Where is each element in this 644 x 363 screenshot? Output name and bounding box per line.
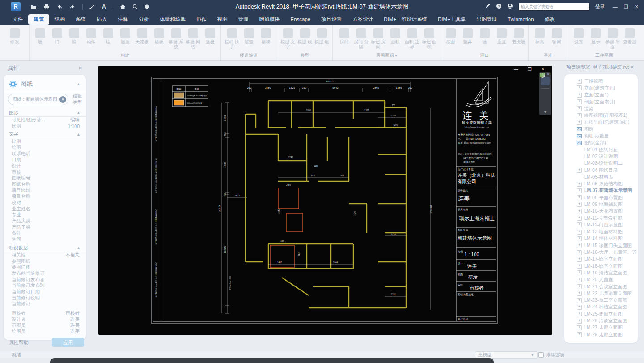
tree-item-sheet[interactable]: LM-03-设计说明二 [564, 160, 638, 167]
property-row[interactable]: 审核 [4, 169, 86, 175]
property-row[interactable]: 比例 [4, 138, 86, 145]
menu-tab[interactable]: 项目设置 [316, 14, 347, 25]
expand-icon[interactable] [577, 298, 582, 303]
expand-icon[interactable] [577, 312, 582, 316]
ribbon-group-label[interactable]: 模型 [277, 51, 332, 60]
measure-icon[interactable] [89, 4, 95, 9]
tree-item-sheet[interactable]: LM-06-原始结构图 [564, 180, 638, 187]
revit-logo-icon[interactable]: R [11, 2, 21, 11]
ribbon-button[interactable]: 楼梯 [258, 28, 274, 51]
ribbon-button[interactable]: 天花板 [134, 28, 150, 51]
tree-item-sheet[interactable]: LM-17-诊室立面图 [564, 256, 638, 263]
ribbon-button[interactable]: 竖梃 [202, 28, 218, 51]
tree-item-sheet[interactable]: LM-12-门型示意图 [564, 222, 638, 228]
menu-tab[interactable]: 分析 [133, 14, 154, 25]
navbar-close-icon[interactable]: ✕ [547, 73, 550, 76]
search-input[interactable]: 输入关键字或短语 [518, 3, 590, 11]
ribbon-group-label[interactable]: 洞口 [441, 51, 528, 60]
login-button[interactable]: 登录 [595, 4, 605, 10]
expand-icon[interactable] [577, 332, 582, 337]
menu-tab[interactable]: 系统 [70, 14, 91, 25]
property-row[interactable]: 当前修订 [4, 301, 86, 307]
ribbon-button[interactable]: 门 [49, 28, 65, 51]
menu-tab[interactable]: 出图管理 [471, 14, 502, 25]
tree-item-sheet[interactable]: LM-24-种植室立面图 [564, 304, 638, 311]
ribbon-button[interactable]: 房间 [336, 28, 352, 51]
property-row[interactable]: 相关性不相关 [4, 252, 86, 258]
expand-icon[interactable] [577, 284, 582, 289]
tree-item-sheet[interactable]: LM-21-会议室立面图 [564, 283, 638, 290]
expand-icon[interactable] [577, 264, 582, 269]
expand-icon[interactable] [577, 99, 582, 104]
property-row[interactable]: 专业 [4, 212, 86, 218]
open-icon[interactable] [30, 4, 37, 9]
ribbon-button[interactable]: 幕墙 系统 [168, 28, 184, 51]
tree-item-sheet[interactable]: LM-15-诊室门头立面图 [564, 242, 638, 249]
ribbon-group-label[interactable]: 基准 [529, 51, 568, 60]
ribbon-button[interactable]: 模型 组 [314, 28, 330, 51]
property-row[interactable]: 参照图纸 [4, 258, 86, 265]
ribbon-button[interactable]: 幕墙 网络 [185, 28, 201, 51]
tree-item-view[interactable]: 三维视图 [564, 78, 638, 85]
ribbon-button[interactable]: 标记 房间 [370, 28, 386, 51]
expand-icon[interactable] [577, 291, 582, 296]
menu-tab[interactable]: 附加模块 [254, 14, 285, 25]
home-icon[interactable] [120, 4, 126, 9]
tree-item-view[interactable]: 剖面(立面索引) [564, 98, 638, 105]
menu-tab[interactable]: 协作 [191, 14, 212, 25]
drawing-canvas[interactable]: 施工图阶段请勿删除此栏(不得翻印复制) 施工图阶段请勿删除此栏(不得翻印复制) … [98, 66, 552, 335]
print-icon[interactable] [43, 4, 50, 9]
tree-item-sheet[interactable]: LM-20-无菌室 [564, 277, 638, 283]
tree-item-view[interactable]: 渲染 [564, 105, 638, 112]
menu-tab[interactable]: DIM+工具集 [432, 14, 471, 25]
collapse-icon[interactable]: ▲ [76, 82, 80, 86]
menu-tab[interactable]: DIM+三维设计系统 [378, 14, 432, 25]
tree-item-view[interactable]: 立面(建筑立面) [564, 85, 638, 91]
tree-item-category[interactable]: 明细表/数量 [564, 132, 638, 139]
expand-icon[interactable] [577, 230, 582, 235]
view-window-controls[interactable]: — ❐ ✕ [514, 67, 549, 72]
model-dropdown[interactable]: 主模型 ▼ [475, 351, 538, 359]
tree-item-sheet[interactable]: LM-18-诊室立面图 [564, 263, 638, 269]
tree-item-sheet[interactable]: LM-16-大厅、儿童区、等 [564, 249, 638, 256]
expand-icon[interactable] [577, 319, 582, 324]
ribbon-button[interactable]: 模型 文字 [280, 28, 296, 51]
menu-tab[interactable]: 建筑 [28, 14, 49, 25]
tree-item-sheet[interactable]: LM-01-图纸封面 [564, 146, 638, 153]
ribbon-button[interactable]: 楼板 [151, 28, 167, 51]
ribbon-button[interactable]: 显示 [588, 28, 604, 51]
text-tool-icon[interactable]: A [102, 4, 106, 10]
expand-icon[interactable] [577, 270, 582, 275]
property-row[interactable]: 备注 [4, 231, 86, 237]
expand-icon[interactable] [577, 216, 582, 221]
ribbon-button[interactable]: 墙 [32, 28, 48, 51]
expand-icon[interactable] [577, 278, 582, 282]
tree-item-sheet[interactable]: LM-14-墙体材料图 [564, 235, 638, 242]
expand-icon[interactable] [577, 257, 582, 262]
navbar-expand-icon[interactable]: ▼ [543, 110, 547, 114]
ribbon-button[interactable]: 窗 [66, 28, 82, 51]
property-row[interactable]: 设计 [4, 163, 86, 169]
property-row[interactable]: 绘图 [4, 145, 86, 151]
tree-item-view[interactable]: 立面(立面1) [564, 92, 638, 98]
menu-tab[interactable]: 结构 [49, 14, 70, 25]
expand-icon[interactable] [577, 195, 582, 200]
property-row[interactable]: 当前修订说明 [4, 295, 86, 301]
ribbon-group-label[interactable]: 楼道坡道 [221, 51, 277, 60]
ribbon-button[interactable]: 查看器 [622, 28, 638, 51]
menu-tab[interactable]: 插入 [91, 14, 112, 25]
type-selector[interactable]: 图纸：新建墙体示意图 ▼ [8, 94, 68, 105]
expand-icon[interactable] [577, 222, 582, 227]
property-row[interactable]: 产品子类 [4, 224, 86, 231]
minimize-button[interactable]: — [613, 4, 618, 10]
property-row[interactable]: 可见性/图形替...编辑 [4, 117, 86, 123]
tree-item-sheet[interactable]: LM-27-走廊立面图 [564, 325, 638, 331]
expand-icon[interactable] [577, 305, 582, 310]
expand-icon[interactable] [577, 202, 582, 207]
tree-item-sheet[interactable]: LM-10-天花布置图 [564, 208, 638, 215]
ribbon-button[interactable]: 标记 面积 [421, 28, 437, 51]
tree-item-sheet[interactable]: LM-13-地面材料图 [564, 229, 638, 235]
expand-icon[interactable] [577, 168, 582, 173]
expand-icon[interactable] [577, 325, 582, 330]
pen-icon[interactable] [485, 3, 491, 11]
